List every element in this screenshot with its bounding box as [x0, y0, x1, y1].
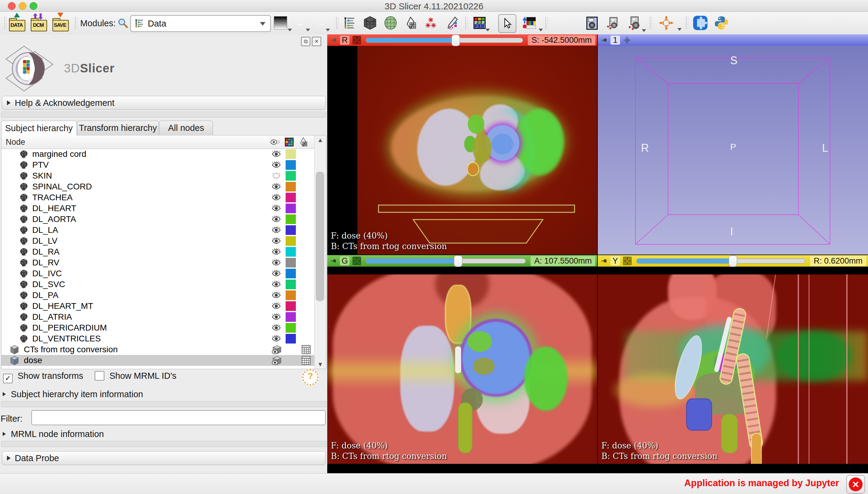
tab-all-nodes[interactable]: All nodes — [159, 121, 213, 135]
tree-row[interactable]: DL_AORTA — [1, 214, 314, 225]
red-slice-slider[interactable] — [366, 38, 523, 43]
tree-row[interactable]: margined cord — [1, 149, 314, 159]
segment-color-swatch[interactable] — [286, 280, 296, 289]
eye-open-icon[interactable] — [271, 182, 281, 191]
threed-view-label[interactable]: 1 — [611, 36, 620, 45]
eye-open-icon[interactable] — [271, 269, 281, 278]
pin-icon[interactable] — [601, 257, 608, 265]
pin-icon[interactable] — [601, 37, 608, 44]
data-probe-header[interactable]: Data Probe — [2, 451, 326, 465]
module-selector-combobox[interactable]: Data — [130, 15, 271, 32]
models-button[interactable] — [384, 14, 398, 32]
eye-open-icon[interactable] — [271, 291, 281, 300]
segment-color-swatch[interactable] — [286, 193, 296, 202]
jupyter-close-button[interactable]: ✕ — [846, 475, 865, 494]
green-view-label[interactable]: G — [340, 256, 350, 265]
volume-rendering-button[interactable] — [363, 14, 377, 32]
mesh-column-icon[interactable] — [299, 137, 309, 147]
segment-color-swatch[interactable] — [286, 290, 296, 300]
tree-row[interactable]: DL_LA — [1, 225, 314, 235]
tree-row[interactable]: DL_PERICARDIUM — [1, 322, 314, 333]
tree-row[interactable]: DL_HEART — [1, 203, 314, 214]
panel-close-icon[interactable]: ✕ — [312, 37, 321, 46]
eye-open-icon[interactable] — [271, 150, 281, 159]
annotations-button[interactable] — [446, 14, 460, 32]
eye-open-icon[interactable] — [271, 312, 281, 322]
scene-view-restore-button[interactable] — [627, 14, 642, 32]
python-console-button[interactable] — [714, 14, 729, 32]
tree-row[interactable]: TRACHEA — [1, 192, 314, 203]
segment-color-swatch[interactable] — [286, 301, 296, 311]
scroll-down-icon[interactable]: ▼ — [314, 360, 326, 369]
red-view-menu-icon[interactable] — [352, 36, 361, 44]
segment-color-swatch[interactable] — [286, 258, 296, 267]
toolbar-handle[interactable] — [464, 17, 467, 30]
color-column-icon[interactable] — [284, 137, 294, 147]
show-mrml-ids-checkbox[interactable] — [95, 371, 104, 381]
view-visibility-icon[interactable] — [271, 356, 281, 365]
green-view-menu-icon[interactable] — [352, 256, 361, 265]
segment-color-swatch[interactable] — [286, 312, 296, 322]
pin-icon[interactable] — [330, 257, 337, 265]
toolbar-handle[interactable] — [649, 17, 652, 30]
tree-row[interactable]: SPINAL_CORD — [1, 181, 314, 192]
yellow-view-menu-icon[interactable] — [623, 256, 632, 265]
eye-open-icon[interactable] — [271, 280, 281, 289]
markups-button[interactable]: ✳✳✳ — [425, 14, 437, 32]
slider-handle[interactable] — [454, 255, 462, 267]
eye-open-icon[interactable] — [271, 323, 281, 332]
layout-selector-button[interactable] — [472, 14, 487, 32]
eye-open-icon[interactable] — [271, 193, 281, 202]
voxel-grid-icon[interactable] — [302, 356, 311, 365]
slider-handle[interactable] — [451, 35, 460, 46]
green-slice-slider[interactable] — [366, 259, 526, 264]
toolbar-handle[interactable] — [74, 17, 77, 30]
yellow-slice-viewport[interactable]: F: dose (40%) B: CTs from rtog conversio… — [598, 267, 868, 474]
history-back-button[interactable]: ← — [294, 14, 308, 32]
pin-icon[interactable] — [330, 37, 337, 44]
eye-closed-icon[interactable] — [271, 171, 281, 180]
extensions-manager-button[interactable] — [693, 14, 708, 32]
tree-row[interactable]: DL_IVC — [1, 268, 314, 279]
eye-open-icon[interactable] — [271, 334, 281, 343]
yellow-slice-view[interactable]: Y R: 0.6200mm — [598, 255, 868, 474]
tree-scrollbar[interactable]: ▲ ▼ — [314, 135, 326, 369]
toolbar-handle[interactable] — [685, 17, 688, 30]
tree-row[interactable]: DL_PA — [1, 290, 314, 301]
toolbar-handle[interactable] — [4, 17, 7, 30]
segment-color-swatch[interactable] — [286, 214, 296, 224]
segment-color-swatch[interactable] — [286, 160, 296, 170]
panel-undock-icon[interactable]: ⧉ — [301, 37, 310, 46]
yellow-view-label[interactable]: Y — [611, 256, 620, 265]
segment-color-swatch[interactable] — [286, 182, 296, 191]
view-visibility-icon[interactable] — [271, 345, 281, 354]
scroll-up-icon[interactable]: ▲ — [314, 135, 326, 145]
segment-color-swatch[interactable] — [286, 236, 296, 246]
load-dicom-button[interactable]: ⬆⬇DCM — [30, 14, 47, 32]
visibility-column-icon[interactable] — [270, 138, 280, 146]
threed-view[interactable]: 1 S R P L I — [598, 34, 868, 254]
threed-viewport[interactable]: S R P L I — [598, 46, 868, 254]
yellow-slice-slider[interactable] — [636, 259, 805, 264]
segment-color-swatch[interactable] — [286, 323, 296, 332]
capture-screenshot-button[interactable] — [585, 14, 599, 32]
tree-row[interactable]: DL_HEART_MT — [1, 301, 314, 311]
segment-color-swatch[interactable] — [286, 171, 296, 180]
tree-row[interactable]: CTs from rtog conversion — [1, 344, 314, 355]
eye-open-icon[interactable] — [271, 302, 281, 311]
history-forward-button[interactable]: → — [314, 14, 328, 32]
tree-row[interactable]: DL_RA — [1, 246, 314, 257]
segment-color-swatch[interactable] — [286, 334, 296, 343]
eye-open-icon[interactable] — [271, 160, 281, 170]
slider-handle[interactable] — [729, 255, 737, 267]
segment-color-swatch[interactable] — [286, 247, 296, 256]
tree-row[interactable]: DL_VENTRICLES — [1, 333, 314, 344]
segment-color-swatch[interactable] — [286, 149, 296, 159]
toolbar-handle[interactable] — [335, 17, 339, 30]
green-slice-view[interactable]: G A: 107.5500mm — [327, 255, 597, 474]
tree-row[interactable]: DL_RV — [1, 257, 314, 268]
scrollbar-thumb[interactable] — [316, 172, 324, 301]
segment-color-swatch[interactable] — [286, 269, 296, 278]
mouse-interaction-button[interactable] — [498, 14, 516, 33]
tree-row[interactable]: DL_ATRIA — [1, 311, 314, 322]
